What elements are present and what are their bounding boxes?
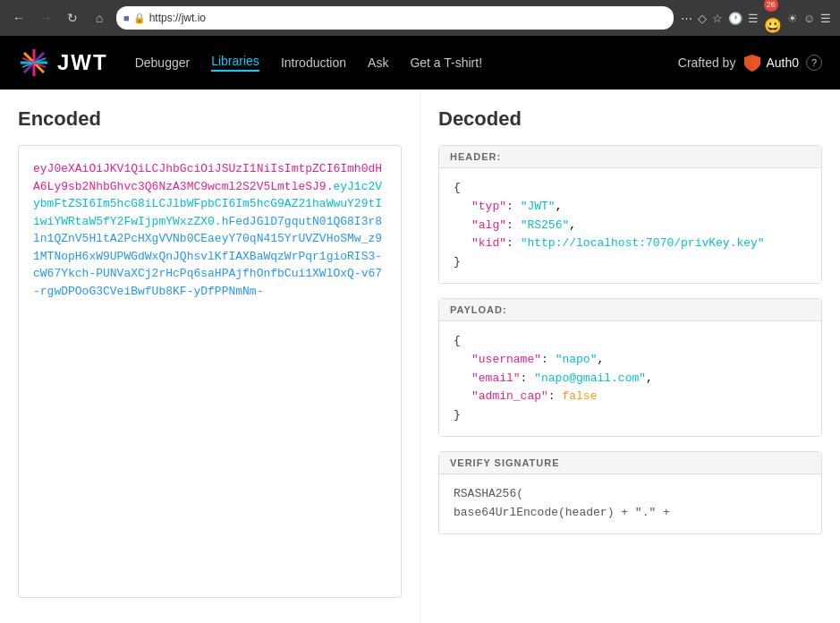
pocket-button[interactable]: ◇ <box>698 12 707 25</box>
site-header: JWT Debugger Libraries Introduction Ask … <box>0 36 840 90</box>
verify-line1: RSASHA256( <box>454 485 807 504</box>
url-text: https://jwt.io <box>149 12 206 24</box>
header-section-label: HEADER: <box>439 146 821 168</box>
back-button[interactable]: ← <box>9 8 29 28</box>
main-nav: Debugger Libraries Introduction Ask Get … <box>135 54 678 72</box>
nav-libraries[interactable]: Libraries <box>211 54 259 72</box>
more-button[interactable]: ⋯ <box>681 12 692 25</box>
home-button[interactable]: ⌂ <box>89 8 109 28</box>
verify-section-label: VERIFY SIGNATURE <box>439 452 821 474</box>
payload-section-label: PAYLOAD: <box>439 299 821 321</box>
forward-button[interactable]: → <box>36 8 55 28</box>
addon-area: 26 😀 <box>764 3 782 34</box>
star-button[interactable]: ☆ <box>712 12 723 25</box>
decoded-title: Decoded <box>438 107 822 131</box>
verify-line2: base64UrlEncode(header) + "." + <box>454 504 807 523</box>
auth0-text: Auth0 <box>766 55 799 70</box>
crafted-by-text: Crafted by <box>678 55 736 70</box>
decoded-panel: Decoded HEADER: { "typ": "JWT", "alg": "… <box>420 90 840 623</box>
address-bar[interactable]: ■ 🔒 https://jwt.io <box>116 6 674 30</box>
reload-button[interactable]: ↻ <box>63 8 82 28</box>
encoded-box[interactable]: eyJ0eXAiOiJKV1QiLCJhbGciOiJSUzI1NiIsImtp… <box>18 145 402 598</box>
payload-section: PAYLOAD: { "username": "napo", "email": … <box>438 298 822 437</box>
info-button[interactable]: ? <box>806 55 822 71</box>
notification-badge: 26 <box>764 0 778 12</box>
library-button[interactable]: ☰ <box>748 12 759 25</box>
auth0-logo: Auth0 <box>742 53 799 73</box>
auth0-shield-icon <box>742 53 762 73</box>
jwt-logo-icon <box>18 47 50 79</box>
browser-actions: ⋯ ◇ ☆ 🕐 ☰ 26 😀 ☀ ☺ ☰ <box>681 3 831 34</box>
nav-tshirt[interactable]: Get a T-shirt! <box>410 55 482 70</box>
verify-section: VERIFY SIGNATURE RSASHA256( base64UrlEnc… <box>438 451 822 534</box>
payload-section-content: { "username": "napo", "email": "napo@gma… <box>439 321 821 436</box>
main-content: Encoded eyJ0eXAiOiJKV1QiLCJhbGciOiJSUzI1… <box>0 90 840 623</box>
header-section-content: { "typ": "JWT", "alg": "RS256", "kid": "… <box>439 168 821 283</box>
nav-debugger[interactable]: Debugger <box>135 55 191 70</box>
history-button[interactable]: 🕐 <box>728 12 742 25</box>
addon3-button[interactable]: ☺ <box>803 12 815 25</box>
addon-button[interactable]: 😀 <box>764 17 782 34</box>
verify-section-content: RSASHA256( base64UrlEncode(header) + "."… <box>439 474 821 533</box>
encoded-panel: Encoded eyJ0eXAiOiJKV1QiLCJhbGciOiJSUzI1… <box>0 90 420 623</box>
crafted-by-area: Crafted by Auth0 ? <box>678 53 822 73</box>
encoded-part1: eyJ0eXAiOiJKV1QiLCJhbGciOiJSUzI1NiIsImtp… <box>33 162 382 193</box>
addon2-button[interactable]: ☀ <box>787 12 798 25</box>
header-section: HEADER: { "typ": "JWT", "alg": "RS256", … <box>438 145 822 284</box>
browser-chrome: ← → ↻ ⌂ ■ 🔒 https://jwt.io ⋯ ◇ ☆ 🕐 ☰ 26 … <box>0 0 840 36</box>
logo-text: JWT <box>57 50 108 75</box>
nav-ask[interactable]: Ask <box>368 55 388 70</box>
encoded-title: Encoded <box>18 107 402 131</box>
logo-area: JWT <box>18 47 108 79</box>
nav-introduction[interactable]: Introduction <box>281 55 346 70</box>
menu-button[interactable]: ☰ <box>820 12 831 25</box>
lock-icon: 🔒 <box>133 13 146 24</box>
shield-icon: ■ <box>123 13 130 23</box>
